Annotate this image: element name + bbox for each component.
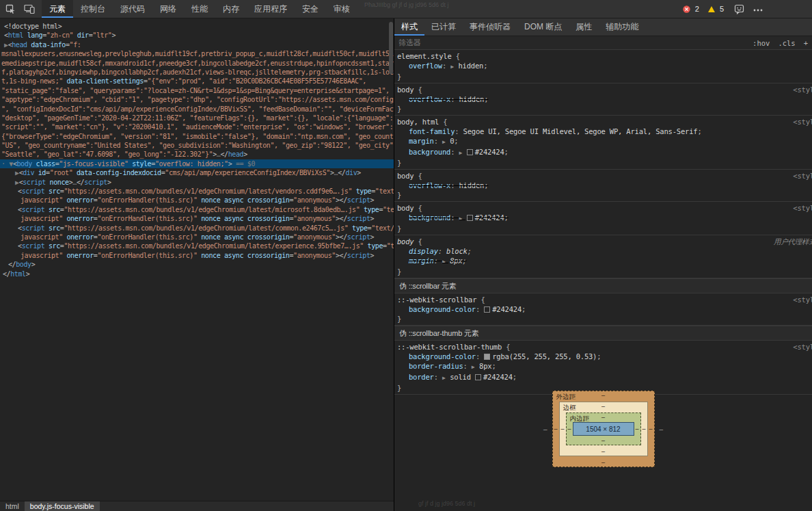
css-selector[interactable]: body xyxy=(397,237,414,246)
css-property[interactable]: background: ▶ #242424; xyxy=(397,147,809,158)
toolbar-tab-1[interactable]: 元素 xyxy=(42,0,73,18)
toggle-class-button[interactable]: .cls xyxy=(778,39,795,47)
sidebar-tab-5[interactable]: 属性 xyxy=(569,18,599,36)
css-property[interactable]: overflow-x: hidden; xyxy=(397,181,809,190)
rule-origin-link[interactable]: <style xyxy=(793,203,812,213)
expand-arrow-icon[interactable]: ▶ xyxy=(472,364,479,370)
dom-tree-line[interactable]: </html> xyxy=(0,270,394,278)
toolbar-tab-8[interactable]: 安全 xyxy=(295,0,326,18)
css-property[interactable]: overflow-x: hidden; xyxy=(397,94,809,104)
toolbar-tab-5[interactable]: 性能 xyxy=(184,0,215,18)
css-property[interactable]: overflow: ▶ hidden; xyxy=(397,61,809,72)
expand-arrow-icon[interactable]: ▶ xyxy=(442,375,450,381)
color-swatch-icon[interactable] xyxy=(467,215,473,221)
inspect-element-icon[interactable] xyxy=(5,3,16,14)
css-property[interactable]: margin: ▶ 0; xyxy=(397,136,809,147)
dom-tree-line[interactable]: ▶<script nonce>…</script> xyxy=(0,178,394,187)
dom-tree-line[interactable]: </body> xyxy=(0,260,394,269)
padding-bottom-value[interactable]: – xyxy=(601,437,605,444)
breadcrumb-item[interactable]: body.js-focus-visible xyxy=(25,501,100,511)
toolbar-tab-9[interactable]: 审核 xyxy=(326,0,357,18)
dom-tree-line[interactable]: emediaepstripe,muidflt58cf,mmxandroid1cf… xyxy=(0,59,394,68)
box-model-margin[interactable]: 外边距 – – – – 边框 – – – – 内边距 – – xyxy=(552,391,655,467)
dom-tree-line[interactable]: javascript" onerror="onErrorHandler(this… xyxy=(0,251,394,260)
toolbar-tab-4[interactable]: 网络 xyxy=(152,0,184,18)
border-top-value[interactable]: – xyxy=(601,403,605,410)
margin-right-value[interactable]: – xyxy=(649,425,652,432)
dom-tree-line[interactable]: · ▼<body class="js-focus-visible" style=… xyxy=(0,159,394,168)
dom-tree-line[interactable]: <script src="https://assets.msn.com/bund… xyxy=(0,241,394,250)
warning-icon[interactable] xyxy=(708,6,715,12)
dom-tree-line[interactable]: ", "configIndexDocId":"cms/api/amp/exper… xyxy=(0,105,394,114)
feedback-icon[interactable] xyxy=(734,4,744,14)
box-model-padding[interactable]: 内边距 – – – – 1504 × 812 xyxy=(566,412,641,445)
css-selector[interactable]: body xyxy=(397,204,414,212)
border-right-value[interactable]: – xyxy=(642,425,645,432)
css-property[interactable]: margin: ▶ 8px; xyxy=(397,256,809,267)
breadcrumb-item[interactable]: html xyxy=(0,501,25,511)
sidebar-tab-2[interactable]: 已计算 xyxy=(424,18,463,36)
dom-tree-line[interactable]: javascript" onerror="onErrorHandler(this… xyxy=(0,196,394,205)
color-swatch-icon[interactable] xyxy=(467,149,473,155)
css-property[interactable]: border: ▶ solid #242424; xyxy=(397,372,809,383)
rule-origin-link[interactable]: <style xyxy=(793,295,812,304)
toolbar-tab-3[interactable]: 源代码 xyxy=(113,0,152,18)
expand-arrow-icon[interactable]: ▶ xyxy=(459,150,466,156)
dom-tree-line[interactable]: "Seattle", "geo_lat":"47.6098", "geo_lon… xyxy=(0,150,394,159)
color-swatch-icon[interactable] xyxy=(475,374,481,380)
css-property[interactable]: background-color: rgba(255, 255, 255, 0.… xyxy=(397,352,809,361)
css-property[interactable]: background: ▶ #242424; xyxy=(397,213,809,224)
dom-tree-line[interactable]: <script src="https://assets.msn.com/bund… xyxy=(0,224,394,233)
css-property[interactable]: background-color: #242424; xyxy=(397,304,809,314)
expand-arrow-icon[interactable]: ▶ xyxy=(450,64,458,70)
padding-left-value[interactable]: – xyxy=(568,425,571,432)
expand-arrow-icon[interactable]: ▶ xyxy=(442,139,450,145)
rule-origin-link[interactable]: <style xyxy=(793,117,812,127)
expand-arrow-icon[interactable]: ▶ xyxy=(442,259,450,265)
css-property[interactable]: display: block; xyxy=(397,246,809,256)
rule-origin-link[interactable]: 用户代理样式表 xyxy=(774,237,812,246)
dom-tree-line[interactable]: "apptype":"edgeChromium", "cbid":"1", "p… xyxy=(0,95,394,104)
toolbar-tab-6[interactable]: 内存 xyxy=(215,0,247,18)
dom-tree-line[interactable]: msnallexpusers,enusnewsleg,prevlpleghub,… xyxy=(0,49,394,58)
expand-arrow-icon[interactable]: ▶ xyxy=(459,215,466,222)
css-property[interactable]: border-radius: ▶ 8px; xyxy=(397,361,809,372)
sidebar-tab-1[interactable]: 样式 xyxy=(394,18,424,36)
dom-tree-line[interactable]: "US", "geo_countryname":"United States",… xyxy=(0,141,394,150)
box-model-border[interactable]: 边框 – – – – 内边距 – – – – 1504 × 812 xyxy=(559,402,648,456)
dom-tree-line[interactable]: <html lang="zh-cn" dir="ltr"> xyxy=(0,31,394,40)
css-property[interactable]: font-family: Segoe UI, Segoe UI Midlevel… xyxy=(397,127,809,136)
toggle-element-state-button[interactable]: :hov xyxy=(753,39,770,47)
dom-tree-line[interactable]: f,platagyhp2cf,bingviewhp,bingcollabhp2c… xyxy=(0,68,394,77)
device-toolbar-icon[interactable] xyxy=(24,3,35,14)
dom-tree-scrollbar-thumb[interactable] xyxy=(389,22,393,74)
dom-tree-line[interactable]: t,1s-bing-news;" data-client-settings="{… xyxy=(0,77,394,86)
padding-right-value[interactable]: – xyxy=(635,425,638,432)
css-selector[interactable]: body xyxy=(397,86,414,94)
sidebar-tab-6[interactable]: 辅助功能 xyxy=(599,18,645,36)
error-icon[interactable] xyxy=(683,5,690,13)
border-left-value[interactable]: – xyxy=(561,425,565,432)
css-selector[interactable]: body, html xyxy=(397,118,439,126)
sidebar-tab-4[interactable]: DOM 断点 xyxy=(517,18,569,36)
dom-tree-line[interactable]: ▶<head data-info="f: xyxy=(0,40,394,49)
dom-tree-line[interactable]: "desktop", "pageGenTime":"2020-04-22T22:… xyxy=(0,114,394,122)
css-selector[interactable]: body xyxy=(397,172,414,180)
css-selector[interactable]: ::-webkit-scrollbar-thumb xyxy=(397,343,502,351)
dom-tree-line[interactable]: <!doctype html> xyxy=(0,22,394,31)
new-style-rule-button[interactable]: + xyxy=(804,39,808,47)
margin-left-value[interactable]: – xyxy=(554,425,558,432)
dom-tree-line[interactable]: "script":"", "market":"cn"}, "v":"202004… xyxy=(0,122,394,131)
box-model-content[interactable]: 1504 × 812 xyxy=(573,422,634,436)
margin-top-value[interactable]: – xyxy=(601,392,605,399)
dom-tree-line[interactable]: {"browserType":"edgeChromium", "version"… xyxy=(0,132,394,141)
border-bottom-value[interactable]: – xyxy=(601,448,605,455)
more-options-icon[interactable] xyxy=(753,4,763,14)
rule-origin-link[interactable]: <style xyxy=(793,171,812,181)
dom-tree-line[interactable]: ▶<div id="root" data-config-indexdocid="… xyxy=(0,168,394,177)
color-swatch-icon[interactable] xyxy=(484,306,490,313)
toolbar-tab-7[interactable]: 应用程序 xyxy=(247,0,295,18)
dom-tree-line[interactable]: "static_page":"false", "queryparams":"?l… xyxy=(0,86,394,95)
sidebar-tab-3[interactable]: 事件侦听器 xyxy=(463,18,517,36)
css-selector[interactable]: ::-webkit-scrollbar xyxy=(397,296,476,304)
